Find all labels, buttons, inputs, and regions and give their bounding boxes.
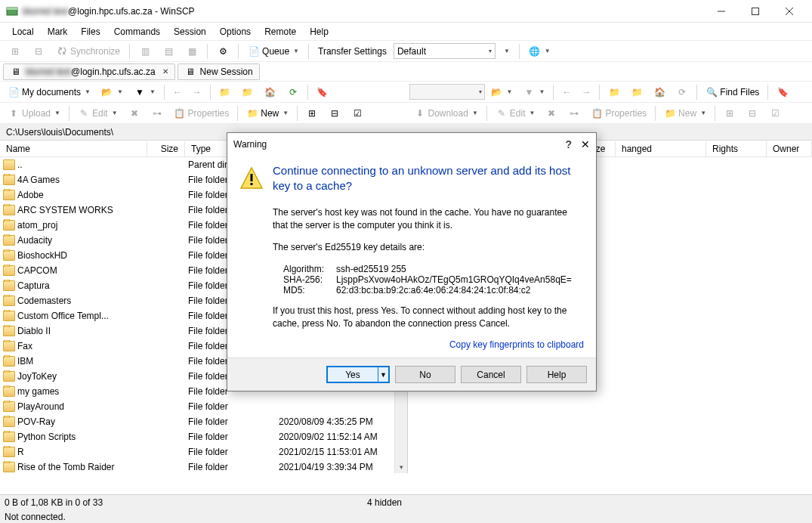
copy-fingerprints-link[interactable]: Copy key fingerprints to clipboard — [273, 339, 584, 350]
dialog-close-icon[interactable]: ✕ — [581, 138, 590, 150]
local-filter-icon[interactable]: ▼▼ — [129, 84, 160, 101]
remote-new-button: 📁New▼ — [659, 105, 711, 122]
menu-files[interactable]: Files — [75, 24, 106, 39]
new-session-tab[interactable]: 🖥 New Session — [178, 63, 260, 80]
file-size — [147, 194, 185, 196]
folder-icon — [3, 220, 15, 231]
help-button[interactable]: Help — [526, 366, 587, 383]
local-drive-combo[interactable]: 📄My documents▼ — [3, 84, 95, 101]
download-button: ⬇Download▼ — [409, 105, 483, 122]
dialog-titlebar: Warning ? ✕ — [227, 133, 596, 156]
disconnect-icon[interactable]: 🌐▼ — [524, 43, 555, 60]
local-check-icon[interactable]: ☑ — [347, 105, 368, 122]
tool-icon-c[interactable]: ▦ — [181, 43, 202, 60]
file-size — [147, 421, 185, 422]
local-plus-icon[interactable]: ⊞ — [301, 105, 323, 122]
folder-icon — [3, 447, 15, 457]
no-button[interactable]: No — [395, 366, 455, 383]
menu-mark[interactable]: Mark — [42, 24, 74, 39]
col-owner-r[interactable]: Owner — [767, 141, 812, 156]
maximize-button[interactable] — [738, 0, 772, 22]
menu-remote[interactable]: Remote — [258, 24, 302, 39]
cancel-button[interactable]: Cancel — [461, 366, 521, 383]
menu-commands[interactable]: Commands — [108, 24, 166, 39]
local-edit-button[interactable]: ✎Edit▼ — [73, 105, 122, 122]
menu-help[interactable]: Help — [304, 24, 335, 39]
local-open-folder-icon[interactable]: 📂▼ — [97, 84, 128, 101]
col-name[interactable]: Name — [0, 141, 147, 156]
file-row[interactable]: PlayAroundFile folder — [0, 399, 407, 414]
tab-close-icon[interactable]: ✕ — [162, 67, 168, 76]
find-files-button[interactable]: 🔍Find Files — [701, 84, 764, 101]
settings-icon[interactable]: ⚙ — [212, 43, 233, 60]
main-toolbar: ⊞ ⊟ 🗘Synchronize ▥ ▤ ▦ ⚙ 📄Queue▼ Transfe… — [0, 41, 812, 62]
folder-icon — [3, 280, 15, 291]
tool-icon-a[interactable]: ▥ — [134, 43, 156, 60]
file-name: BioshockHD — [0, 249, 147, 262]
dialog-buttons: Yes ▼ No Cancel Help — [227, 357, 596, 391]
compare-icon[interactable]: ⊟ — [28, 43, 49, 60]
local-back-icon[interactable]: ← — [168, 84, 187, 101]
file-type: File folder — [185, 416, 276, 428]
file-size — [147, 330, 185, 332]
menu-local[interactable]: Local — [6, 24, 40, 39]
file-row[interactable]: POV-RayFile folder2020/08/09 4:35:25 PM — [0, 414, 407, 429]
remote-filter-icon: ▼▼ — [518, 84, 549, 101]
menu-session[interactable]: Session — [168, 24, 212, 39]
queue-button[interactable]: 📄Queue▼ — [243, 43, 304, 60]
file-changed: 2021/04/19 3:39:34 PM — [276, 461, 389, 473]
session-tab-active[interactable]: 🖥 blurred text@login.hpc.ufs.ac.za ✕ — [3, 63, 175, 80]
statusbar: 0 B of 1,08 KB in 0 of 33 4 hidden Not c… — [0, 494, 812, 523]
file-changed: 2020/08/09 4:35:25 PM — [276, 416, 389, 428]
menu-options[interactable]: Options — [214, 24, 257, 39]
file-row[interactable]: Rise of the Tomb RaiderFile folder2021/0… — [0, 460, 407, 475]
folder-icon — [3, 296, 15, 306]
local-extra-icon[interactable]: ⊶ — [147, 105, 168, 122]
folder-icon — [3, 356, 15, 367]
transfer-settings-dd[interactable]: ▼ — [498, 43, 514, 60]
remote-extra-icon: ⊶ — [563, 105, 585, 122]
scrollbar-down-icon[interactable]: ▾ — [395, 460, 407, 473]
remote-properties-button: 📋Properties — [586, 105, 651, 122]
file-name: R — [0, 446, 147, 458]
remote-refresh-icon: ⟳ — [672, 84, 693, 101]
local-new-button[interactable]: 📁New▼ — [242, 105, 293, 122]
file-size — [147, 240, 185, 241]
local-delete-icon[interactable]: ✖ — [124, 105, 145, 122]
file-size — [147, 270, 185, 271]
local-fwd-icon[interactable]: → — [188, 84, 206, 101]
file-name: atom_proj — [0, 219, 147, 231]
remote-drive-combo: ▾ — [409, 84, 485, 100]
yes-dropdown[interactable]: ▼ — [378, 366, 390, 383]
local-refresh-icon[interactable]: ⟳ — [283, 84, 304, 101]
remote-nav-toolbar: ▾ 📂▼ ▼▼ ← → 📁 📁 🏠 ⟳ 🔍Find Files 🔖 — [406, 82, 813, 103]
window-controls — [704, 0, 806, 22]
file-row[interactable]: RFile folder2021/02/15 11:53:01 AM — [0, 444, 407, 460]
col-changed-r[interactable]: hanged — [616, 141, 706, 156]
folder-icon — [3, 265, 15, 276]
file-name: ARC SYSTEM WORKS — [0, 204, 147, 216]
sync-browse-icon[interactable]: ⊞ — [5, 43, 26, 60]
local-up-folder-icon[interactable]: 📁 — [215, 84, 236, 101]
transfer-settings-combo[interactable]: Default▾ — [394, 43, 496, 59]
local-bookmark-icon[interactable]: 🔖 — [312, 84, 333, 101]
col-size[interactable]: Size — [147, 141, 185, 156]
synchronize-button[interactable]: 🗘Synchronize — [51, 43, 125, 60]
dialog-help-icon[interactable]: ? — [565, 138, 572, 150]
minimize-button[interactable] — [704, 0, 738, 22]
local-minus-icon[interactable]: ⊟ — [324, 105, 345, 122]
tool-icon-b[interactable]: ▤ — [158, 43, 179, 60]
yes-button[interactable]: Yes — [326, 366, 378, 383]
upload-button[interactable]: ⬆Upload▼ — [3, 105, 65, 122]
local-action-toolbar: ⬆Upload▼ ✎Edit▼ ✖ ⊶ 📋Properties 📁New▼ ⊞ … — [0, 103, 406, 124]
local-home-icon[interactable]: 🏠 — [260, 84, 281, 101]
file-row[interactable]: Python ScriptsFile folder2020/09/02 11:5… — [0, 429, 407, 444]
local-root-folder-icon[interactable]: 📁 — [237, 84, 258, 101]
local-properties-button[interactable]: 📋Properties — [169, 105, 234, 122]
close-button[interactable] — [772, 0, 806, 22]
file-name: Python Scripts — [0, 431, 147, 443]
col-rights-r[interactable]: Rights — [706, 141, 767, 156]
panel-action-toolbars: ⬆Upload▼ ✎Edit▼ ✖ ⊶ 📋Properties 📁New▼ ⊞ … — [0, 103, 812, 124]
file-size — [147, 436, 185, 438]
file-name: Fax — [0, 340, 147, 352]
